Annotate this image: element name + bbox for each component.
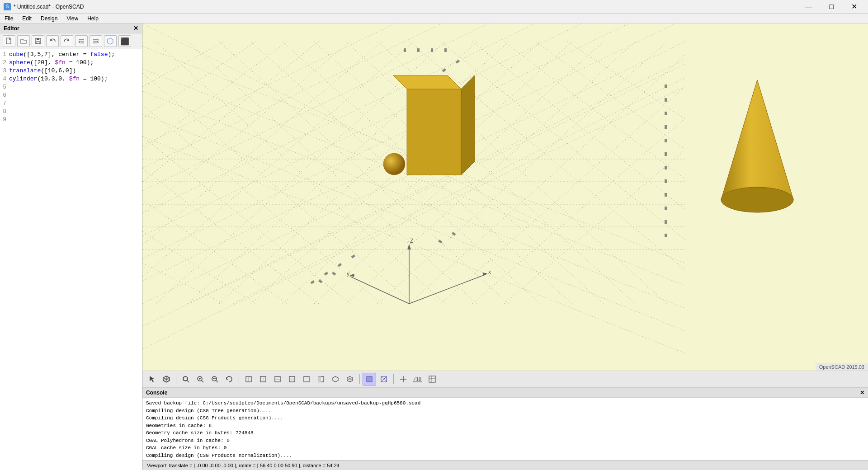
view-bottom-button[interactable] xyxy=(256,373,270,385)
cone-object xyxy=(712,78,802,218)
menu-item-design[interactable]: Design xyxy=(36,14,62,23)
svg-rect-144 xyxy=(318,376,321,382)
viewport[interactable]: Z x y xyxy=(142,24,868,371)
code-line: 9 xyxy=(0,116,142,124)
line-number: 5 xyxy=(0,84,9,92)
svg-marker-145 xyxy=(333,376,338,382)
zoom-fit-button[interactable] xyxy=(179,373,193,385)
editor-panel: Editor ✕ xyxy=(0,24,142,470)
version-badge: OpenSCAD 2015.03 xyxy=(816,363,868,371)
menubar: FileEditDesignViewHelp xyxy=(0,14,868,24)
menu-item-view[interactable]: View xyxy=(62,14,83,23)
svg-rect-142 xyxy=(304,376,309,382)
objects-container xyxy=(142,24,868,371)
line-content[interactable]: translate([10,6,0]) xyxy=(9,67,142,75)
view-front-button[interactable] xyxy=(271,373,284,385)
close-button[interactable]: ✕ xyxy=(844,0,864,14)
editor-title: Editor xyxy=(4,25,19,32)
view-right-button[interactable] xyxy=(314,373,328,385)
menu-item-edit[interactable]: Edit xyxy=(18,14,36,23)
show-grid-button[interactable] xyxy=(425,373,439,385)
view-left-button[interactable] xyxy=(300,373,313,385)
line-number: 8 xyxy=(0,108,9,116)
console-message: Geometry cache size in bytes: 724848 xyxy=(146,429,864,437)
code-line: 7 xyxy=(0,100,142,108)
code-line: 5 xyxy=(0,84,142,92)
console-panel: Console ✕ Saved backup file: C:/Users/sc… xyxy=(142,388,868,460)
code-line: 4cylinder(10,3,0, $fn = 100); xyxy=(0,75,142,84)
line-content[interactable] xyxy=(9,108,142,116)
view-back-button[interactable] xyxy=(285,373,299,385)
line-number: 6 xyxy=(0,92,9,100)
line-content[interactable] xyxy=(9,84,142,92)
redo-button[interactable] xyxy=(61,35,73,47)
menu-item-help[interactable]: Help xyxy=(83,14,103,23)
show-scale-button[interactable]: /10 xyxy=(411,373,425,385)
line-number: 2 xyxy=(0,59,9,67)
new-file-button[interactable] xyxy=(3,35,15,47)
console-message: Saved backup file: C:/Users/sculpteo/Doc… xyxy=(146,400,864,407)
view-diagonal2-button[interactable] xyxy=(343,373,357,385)
titlebar-controls: — □ ✕ xyxy=(798,0,864,14)
line-content[interactable]: cylinder(10,3,0, $fn = 100); xyxy=(9,75,142,84)
indent-button[interactable] xyxy=(75,35,88,47)
svg-point-116 xyxy=(721,187,793,212)
console-header: Console ✕ xyxy=(142,388,868,398)
app-icon: S xyxy=(4,3,11,10)
line-number: 4 xyxy=(0,75,9,84)
zoom-in-button[interactable] xyxy=(193,373,207,385)
console-title: Console xyxy=(146,390,167,396)
svg-rect-3 xyxy=(36,42,40,43)
sep1 xyxy=(176,374,176,384)
svg-rect-156 xyxy=(429,376,435,382)
titlebar-title: * Untitled.scad* - OpenSCAD xyxy=(14,4,84,10)
view-top-button[interactable] xyxy=(242,373,255,385)
wireframe-mode-button[interactable] xyxy=(377,373,391,385)
svg-marker-115 xyxy=(721,80,793,200)
svg-marker-147 xyxy=(348,378,352,380)
menu-item-file[interactable]: File xyxy=(0,14,18,23)
line-content[interactable] xyxy=(9,116,142,124)
line-content[interactable] xyxy=(9,92,142,100)
line-number: 1 xyxy=(0,51,9,59)
undo-button[interactable] xyxy=(46,35,59,47)
editor-code[interactable]: 1cube([3,5,7], center = false);2sphere([… xyxy=(0,49,142,470)
console-content[interactable]: Saved backup file: C:/Users/sculpteo/Doc… xyxy=(142,398,868,460)
surface-mode-button[interactable] xyxy=(363,373,376,385)
line-number: 3 xyxy=(0,67,9,75)
line-number: 9 xyxy=(0,116,9,124)
zoom-out-button[interactable] xyxy=(208,373,222,385)
full-render-button[interactable]: ⬛ xyxy=(118,35,131,47)
maximize-button[interactable]: □ xyxy=(821,0,842,14)
svg-rect-2 xyxy=(37,38,39,40)
code-line: 6 xyxy=(0,92,142,100)
preview-render-button[interactable]: ⬡ xyxy=(104,35,117,47)
svg-rect-0 xyxy=(6,38,11,44)
line-content[interactable]: cube([3,5,7], center = false); xyxy=(9,51,142,59)
line-content[interactable]: sphere([20], $fn = 100); xyxy=(9,59,142,67)
editor-toolbar: ⬡ ⬛ xyxy=(0,33,142,49)
code-line: 1cube([3,5,7], center = false); xyxy=(0,51,142,59)
sep2 xyxy=(239,374,239,384)
console-message: CGAL cache size in bytes: 0 xyxy=(146,444,864,452)
console-message: Compiling design (CSG Tree generation)..… xyxy=(146,407,864,415)
code-line: 8 xyxy=(0,108,142,116)
view-diagonal1-button[interactable] xyxy=(329,373,342,385)
viewport-info: Viewport: translate = [ -0.00 -0.00 -0.0… xyxy=(147,463,340,468)
mouse-mode-button[interactable] xyxy=(145,373,159,385)
line-content[interactable] xyxy=(9,100,142,108)
statusbar: Viewport: translate = [ -0.00 -0.00 -0.0… xyxy=(142,460,868,470)
code-line: 3translate([10,6,0]) xyxy=(0,67,142,75)
svg-point-114 xyxy=(383,153,405,175)
svg-marker-112 xyxy=(393,75,461,89)
console-message: Compiling design (CSG Products normaliza… xyxy=(146,452,864,460)
reset-view-button[interactable] xyxy=(222,373,236,385)
open-file-button[interactable] xyxy=(17,35,30,47)
show-axes-button[interactable] xyxy=(396,373,410,385)
minimize-button[interactable]: — xyxy=(798,0,819,14)
3d-view-button[interactable] xyxy=(160,373,173,385)
console-close-icon[interactable]: ✕ xyxy=(860,390,864,396)
editor-close-icon[interactable]: ✕ xyxy=(133,25,138,32)
unindent-button[interactable] xyxy=(90,35,102,47)
save-file-button[interactable] xyxy=(32,35,44,47)
